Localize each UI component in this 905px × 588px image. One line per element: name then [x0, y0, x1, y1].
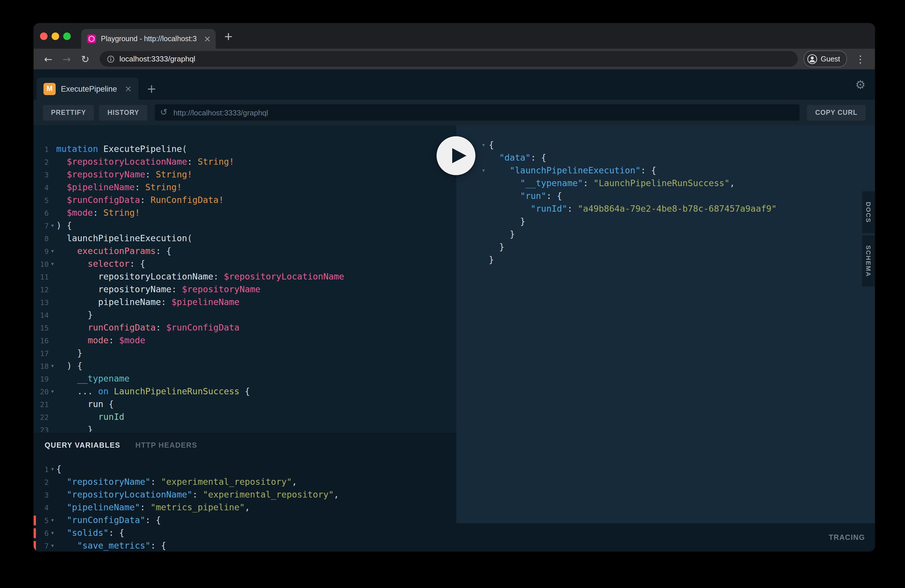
- reload-icon[interactable]: ↻: [76, 50, 94, 68]
- query-editor[interactable]: 1mutation ExecutePipeline(2 $repositoryL…: [33, 125, 456, 432]
- add-session-button[interactable]: +: [139, 78, 164, 100]
- fold-toggle-icon[interactable]: ▾: [49, 517, 56, 523]
- code-text: mutation ExecutePipeline(: [56, 144, 187, 154]
- graphql-playground: M ExecutePipeline × + ⚙ PRETTIFY HISTORY…: [33, 70, 875, 551]
- fold-toggle-icon[interactable]: ▾: [49, 466, 56, 472]
- marker-slot: [33, 335, 36, 345]
- code-text: $pipelineName: String!: [56, 182, 182, 192]
- code-text: runConfigData: $runConfigData: [56, 323, 240, 333]
- code-text: "runId": "a49b864a-79e2-4be8-b78c-687457…: [489, 203, 776, 214]
- back-icon[interactable]: ←: [40, 50, 57, 68]
- prettify-button[interactable]: PRETTIFY: [43, 105, 94, 120]
- line-number: 2: [36, 157, 49, 166]
- forward-icon[interactable]: →: [58, 50, 75, 68]
- code-line: "run": {: [478, 190, 875, 202]
- marker-slot: [33, 348, 36, 358]
- marker-slot: [33, 157, 36, 167]
- code-line: 17 }: [33, 347, 456, 359]
- new-tab-button[interactable]: +: [220, 28, 237, 44]
- fold-toggle-icon[interactable]: ▾: [49, 530, 56, 536]
- history-undo-icon[interactable]: ↺: [160, 108, 167, 117]
- code-line: }: [478, 228, 875, 241]
- code-line: ▾ "launchPipelineExecution": {: [478, 164, 875, 177]
- execute-button[interactable]: [437, 136, 475, 175]
- code-line: 20▾ ... on LaunchPipelineRunSuccess {: [33, 385, 456, 398]
- copy-curl-button[interactable]: COPY CURL: [807, 105, 865, 120]
- line-number: 2: [36, 478, 49, 486]
- fold-toggle-icon[interactable]: ▾: [49, 543, 56, 548]
- line-number: 1: [36, 145, 49, 153]
- error-marker: [33, 515, 36, 525]
- fold-toggle-icon[interactable]: ▾: [49, 363, 56, 369]
- fullscreen-window-button[interactable]: [63, 32, 71, 40]
- code-text: }: [56, 310, 93, 320]
- marker-slot: [33, 490, 36, 499]
- code-line: 6 $mode: String!: [33, 207, 456, 219]
- docs-tab[interactable]: DOCS: [862, 191, 875, 233]
- code-line: }: [478, 253, 875, 266]
- code-line: 12 repositoryName: $repositoryName: [33, 283, 456, 296]
- browser-tabstrip: Playground - http://localhost:3 × +: [33, 23, 875, 49]
- code-line: 22 runId: [33, 410, 456, 423]
- code-line: 18▾ ) {: [33, 359, 456, 372]
- code-text: {: [489, 140, 494, 150]
- code-text: $mode: String!: [56, 208, 140, 218]
- query-code: 1mutation ExecutePipeline(2 $repositoryL…: [33, 125, 456, 432]
- fold-toggle-icon[interactable]: ▾: [49, 248, 56, 254]
- tracing-bar[interactable]: TRACING: [456, 523, 875, 551]
- session-tab[interactable]: M ExecutePipeline ×: [37, 78, 139, 100]
- code-line: 7▾ "save_metrics": {: [33, 539, 456, 551]
- line-number: 9: [36, 247, 49, 256]
- profile-button[interactable]: Guest: [803, 51, 847, 67]
- fold-toggle-icon[interactable]: ▾: [478, 168, 489, 173]
- fold-toggle-icon[interactable]: ▾: [49, 222, 56, 229]
- marker-slot: [33, 502, 36, 512]
- marker-slot: [33, 425, 36, 432]
- marker-slot: [33, 412, 36, 422]
- marker-slot: [33, 144, 36, 154]
- marker-slot: [33, 374, 36, 384]
- endpoint-input[interactable]: [155, 104, 800, 121]
- line-number: 20: [36, 387, 49, 396]
- tab-close-icon[interactable]: ×: [204, 35, 211, 43]
- line-number: 15: [36, 323, 49, 332]
- history-button[interactable]: HISTORY: [99, 105, 147, 120]
- session-badge: M: [43, 83, 56, 95]
- address-bar[interactable]: localhost:3333/graphql: [100, 51, 797, 67]
- code-line: 5▾ "runConfigData": {: [33, 514, 456, 526]
- code-text: $repositoryLocationName: String!: [56, 157, 234, 167]
- line-number: 1: [36, 465, 49, 474]
- tab-http-headers[interactable]: HTTP HEADERS: [135, 441, 197, 450]
- variables-panel: QUERY VARIABLES HTTP HEADERS 1▾{2 "repos…: [33, 432, 456, 551]
- code-line: 1mutation ExecutePipeline(: [33, 143, 456, 156]
- code-line: 16 mode: $mode: [33, 334, 456, 347]
- error-marker: [33, 541, 36, 551]
- fold-toggle-icon[interactable]: ▾: [49, 389, 56, 394]
- line-number: 7: [36, 221, 49, 230]
- browser-menu-icon[interactable]: ⋮: [852, 50, 869, 68]
- session-close-icon[interactable]: ×: [125, 84, 132, 93]
- code-text: "data": {: [489, 153, 546, 163]
- close-window-button[interactable]: [40, 32, 48, 40]
- site-info-icon[interactable]: [107, 55, 115, 63]
- schema-tab[interactable]: SCHEMA: [862, 235, 875, 286]
- line-number: 13: [36, 298, 49, 307]
- fold-toggle-icon[interactable]: ▾: [49, 261, 56, 267]
- code-line: 3 "repositoryLocationName": "experimenta…: [33, 488, 456, 501]
- code-text: }: [56, 424, 93, 432]
- settings-gear-icon[interactable]: ⚙: [855, 79, 865, 91]
- code-line: 4 "pipelineName": "metrics_pipeline",: [33, 501, 456, 514]
- tab-query-variables[interactable]: QUERY VARIABLES: [44, 441, 120, 450]
- code-line: }: [478, 241, 875, 253]
- line-number: 3: [36, 490, 49, 499]
- variables-editor[interactable]: 1▾{2 "repositoryName": "experimental_rep…: [33, 458, 456, 551]
- marker-slot: [33, 246, 36, 256]
- minimize-window-button[interactable]: [52, 32, 59, 40]
- fold-toggle-icon[interactable]: ▾: [478, 142, 489, 148]
- line-number: 5: [36, 516, 49, 524]
- code-line: "runId": "a49b864a-79e2-4be8-b78c-687457…: [478, 202, 875, 215]
- browser-tab[interactable]: Playground - http://localhost:3 ×: [81, 29, 216, 49]
- marker-slot: [33, 323, 36, 332]
- code-text: $repositoryName: String!: [56, 169, 192, 180]
- line-number: 14: [36, 310, 49, 319]
